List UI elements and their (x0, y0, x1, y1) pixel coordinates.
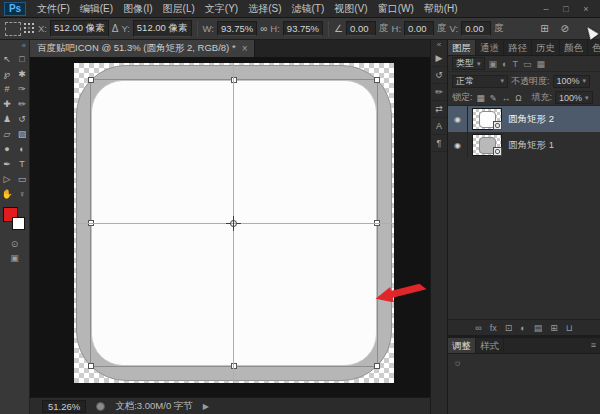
actions-panel-icon[interactable]: ▶ (431, 50, 447, 67)
layer-thumbnail[interactable] (472, 108, 502, 130)
tool-hand[interactable]: ✋ (0, 186, 15, 201)
fill-select[interactable]: 100%▾ (555, 91, 593, 104)
link-dimensions-icon[interactable]: ∞ (260, 23, 267, 34)
layer-visibility-eye-icon[interactable]: ◉ (448, 132, 468, 158)
menu-item-layer[interactable]: 图层(L) (158, 0, 200, 18)
quick-mask-icon[interactable]: ⊙ (0, 237, 29, 251)
menu-item-image[interactable]: 图像(I) (118, 0, 157, 18)
canvas-area[interactable] (30, 57, 430, 397)
lock-pixels-icon[interactable]: ✎ (489, 93, 498, 103)
filter-pixel-layers-icon[interactable]: ▣ (488, 59, 499, 69)
tab-history[interactable]: 历史 (532, 40, 560, 55)
tool-blur[interactable]: ● (0, 141, 15, 156)
layer-mask-icon[interactable]: ⊡ (505, 323, 513, 333)
tool-gradient[interactable]: ▧ (15, 126, 30, 141)
height-scale-field[interactable]: 93.75% (283, 21, 323, 36)
zoom-level-field[interactable]: 51.26% (42, 400, 86, 413)
transform-handle-bottom-center[interactable] (231, 363, 237, 369)
blend-mode-select[interactable]: 正常▾ (452, 75, 508, 88)
cancel-transform-icon[interactable]: ⊘ (561, 23, 569, 34)
clone-source-panel-icon[interactable]: ⇄ (431, 101, 447, 118)
tab-channels[interactable]: 通道 (476, 40, 504, 55)
menu-item-edit[interactable]: 编辑(E) (75, 0, 118, 18)
tab-swatches[interactable]: 色板 (588, 40, 600, 55)
filter-type-layers-icon[interactable]: T (511, 59, 519, 69)
filter-adjustment-layers-icon[interactable]: ◐ (501, 59, 508, 69)
adjustment-preset-icon[interactable]: ☼ (453, 357, 462, 368)
menu-item-view[interactable]: 视图(V) (329, 0, 372, 18)
tool-type[interactable]: T (15, 156, 30, 171)
tool-path-select[interactable]: ▷ (0, 171, 15, 186)
minimize-button[interactable]: – (536, 0, 556, 18)
maximize-button[interactable]: □ (556, 0, 576, 18)
tool-rectangle[interactable]: ▭ (15, 171, 30, 186)
layer-thumbnail[interactable] (472, 134, 502, 156)
tab-styles[interactable]: 样式 (476, 338, 504, 353)
brush-presets-panel-icon[interactable]: ✏ (431, 84, 447, 101)
menu-item-help[interactable]: 帮助(H) (419, 0, 463, 18)
opacity-select[interactable]: 100%▾ (553, 75, 591, 88)
tool-brush[interactable]: ✏ (15, 96, 30, 111)
menu-item-filter[interactable]: 滤镜(T) (287, 0, 330, 18)
lock-all-icon[interactable]: Ω (514, 93, 522, 103)
v-skew-field[interactable]: 0.00 (461, 21, 491, 36)
tool-history-brush[interactable]: ↺ (15, 111, 30, 126)
tool-healing[interactable]: ✚ (0, 96, 15, 111)
tool-dodge[interactable]: ◐ (15, 141, 30, 156)
layer-row-rounded-rect-2[interactable]: ◉ 圆角矩形 2 (448, 106, 600, 132)
h-skew-field[interactable]: 0.00 (404, 21, 434, 36)
relative-position-toggle[interactable]: Δ (112, 23, 119, 34)
tab-adjustments[interactable]: 调整 (448, 338, 476, 353)
layer-name[interactable]: 圆角矩形 1 (508, 139, 554, 152)
tab-close-icon[interactable]: × (242, 43, 248, 54)
tool-eyedropper[interactable]: ✑ (15, 81, 30, 96)
tool-stamp[interactable]: ♟ (0, 111, 15, 126)
transform-handle-top-center[interactable] (231, 77, 237, 83)
transform-center-point[interactable] (226, 216, 241, 231)
transform-handle-top-right[interactable] (374, 77, 380, 83)
width-scale-field[interactable]: 93.75% (217, 21, 257, 36)
menu-item-file[interactable]: 文件(F) (32, 0, 75, 18)
transform-handle-bottom-left[interactable] (88, 363, 94, 369)
close-button[interactable]: × (576, 0, 596, 18)
new-adjustment-layer-icon[interactable]: ◐ (520, 323, 525, 333)
paragraph-panel-icon[interactable]: ¶ (431, 135, 447, 152)
tool-pen[interactable]: ✒ (0, 156, 15, 171)
tool-quick-select[interactable]: ✱ (15, 66, 30, 81)
reference-point-locator[interactable] (24, 23, 35, 34)
layer-filter-kind-select[interactable]: 类型▾ (452, 57, 485, 70)
character-panel-icon[interactable]: A (431, 118, 447, 135)
layer-visibility-eye-icon[interactable]: ◉ (448, 106, 468, 132)
lock-position-icon[interactable]: ↔ (501, 93, 512, 103)
tool-marquee[interactable]: □ (15, 51, 30, 66)
x-position-field[interactable]: 512.00 像素 (50, 20, 109, 37)
layer-style-icon[interactable]: fx (490, 323, 497, 333)
transform-tool-icon[interactable] (5, 22, 21, 36)
warp-mode-icon[interactable]: ⊞ (540, 23, 548, 34)
rotation-field[interactable]: 0.00 (346, 21, 376, 36)
tool-eraser[interactable]: ▱ (0, 126, 15, 141)
document-canvas[interactable] (74, 63, 394, 383)
status-options-arrow[interactable]: ▶ (203, 402, 209, 411)
transform-handle-bottom-right[interactable] (374, 363, 380, 369)
dock-expand-icon[interactable]: « (431, 40, 447, 50)
new-layer-icon[interactable]: ⊞ (550, 323, 558, 333)
menu-item-window[interactable]: 窗口(W) (373, 0, 419, 18)
screen-mode-icon[interactable]: ▣ (0, 251, 29, 265)
tool-move[interactable]: ↖ (0, 51, 15, 66)
background-color-swatch[interactable] (12, 217, 25, 230)
layer-name[interactable]: 圆角矩形 2 (508, 113, 554, 126)
tool-zoom[interactable]: ♀ (15, 186, 30, 201)
tool-lasso[interactable]: ℘ (0, 66, 15, 81)
delete-layer-icon[interactable]: ⊔ (566, 323, 573, 333)
tab-layers[interactable]: 图层 (448, 40, 476, 55)
panel-menu-icon[interactable]: ≡ (587, 338, 600, 353)
toolbar-collapse-icon[interactable]: « (0, 40, 29, 51)
new-group-icon[interactable]: ▤ (534, 323, 543, 333)
link-layers-icon[interactable]: ∞ (475, 323, 481, 333)
transform-handle-top-left[interactable] (88, 77, 94, 83)
layer-row-rounded-rect-1[interactable]: ◉ 圆角矩形 1 (448, 132, 600, 158)
history-panel-icon[interactable]: ↺ (431, 67, 447, 84)
tab-paths[interactable]: 路径 (504, 40, 532, 55)
document-tab[interactable]: 百度贴吧ICON @ 51.3% (圆角矩形 2, RGB/8) * × (30, 40, 255, 57)
